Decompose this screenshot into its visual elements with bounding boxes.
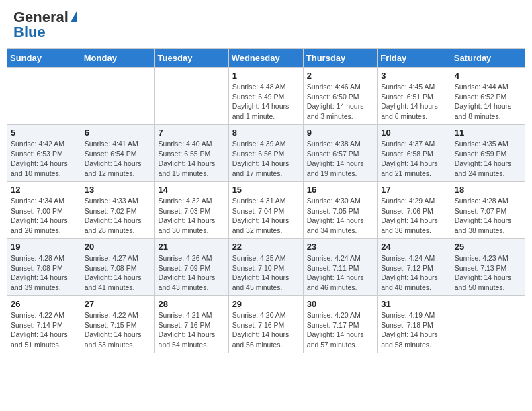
calendar-week-row: 26Sunrise: 4:22 AM Sunset: 7:14 PM Dayli…	[7, 296, 525, 353]
day-number: 20	[85, 242, 151, 252]
day-number: 13	[85, 185, 151, 195]
column-header-wednesday: Wednesday	[228, 49, 303, 68]
day-number: 9	[307, 128, 373, 138]
day-number: 7	[159, 128, 225, 138]
day-number: 4	[455, 71, 521, 81]
calendar-cell: 8Sunrise: 4:39 AM Sunset: 6:56 PM Daylig…	[228, 125, 303, 182]
calendar-week-row: 1Sunrise: 4:48 AM Sunset: 6:49 PM Daylig…	[7, 68, 525, 125]
calendar-header-row: SundayMondayTuesdayWednesdayThursdayFrid…	[7, 49, 525, 68]
day-detail: Sunrise: 4:35 AM Sunset: 6:59 PM Dayligh…	[455, 139, 521, 179]
calendar-cell: 26Sunrise: 4:22 AM Sunset: 7:14 PM Dayli…	[7, 296, 81, 353]
logo-blue-text: Blue	[13, 25, 77, 40]
calendar-cell: 20Sunrise: 4:27 AM Sunset: 7:08 PM Dayli…	[81, 239, 154, 296]
calendar-cell: 6Sunrise: 4:41 AM Sunset: 6:54 PM Daylig…	[81, 125, 154, 182]
day-number: 3	[381, 71, 447, 81]
column-header-saturday: Saturday	[451, 49, 525, 68]
day-detail: Sunrise: 4:24 AM Sunset: 7:11 PM Dayligh…	[307, 253, 373, 293]
day-number: 24	[381, 242, 447, 252]
calendar-cell: 14Sunrise: 4:32 AM Sunset: 7:03 PM Dayli…	[154, 182, 228, 239]
day-detail: Sunrise: 4:27 AM Sunset: 7:08 PM Dayligh…	[85, 253, 151, 293]
day-detail: Sunrise: 4:31 AM Sunset: 7:04 PM Dayligh…	[232, 196, 300, 236]
day-detail: Sunrise: 4:29 AM Sunset: 7:06 PM Dayligh…	[381, 196, 447, 236]
day-number: 8	[232, 128, 300, 138]
calendar-week-row: 5Sunrise: 4:42 AM Sunset: 6:53 PM Daylig…	[7, 125, 525, 182]
day-number: 26	[11, 299, 77, 309]
day-detail: Sunrise: 4:48 AM Sunset: 6:49 PM Dayligh…	[232, 82, 300, 122]
calendar-table: SundayMondayTuesdayWednesdayThursdayFrid…	[7, 48, 525, 353]
day-detail: Sunrise: 4:26 AM Sunset: 7:09 PM Dayligh…	[159, 253, 225, 293]
day-detail: Sunrise: 4:32 AM Sunset: 7:03 PM Dayligh…	[159, 196, 225, 236]
day-number: 5	[11, 128, 77, 138]
calendar-cell: 15Sunrise: 4:31 AM Sunset: 7:04 PM Dayli…	[228, 182, 303, 239]
day-detail: Sunrise: 4:37 AM Sunset: 6:58 PM Dayligh…	[381, 139, 447, 179]
day-number: 1	[232, 71, 300, 81]
calendar-cell: 21Sunrise: 4:26 AM Sunset: 7:09 PM Dayli…	[154, 239, 228, 296]
day-detail: Sunrise: 4:24 AM Sunset: 7:12 PM Dayligh…	[381, 253, 447, 293]
calendar-cell: 3Sunrise: 4:45 AM Sunset: 6:51 PM Daylig…	[378, 68, 451, 125]
calendar-cell: 17Sunrise: 4:29 AM Sunset: 7:06 PM Dayli…	[378, 182, 451, 239]
calendar-cell: 29Sunrise: 4:20 AM Sunset: 7:16 PM Dayli…	[228, 296, 303, 353]
day-number: 29	[232, 299, 300, 309]
calendar-cell	[7, 68, 81, 125]
calendar-cell: 31Sunrise: 4:19 AM Sunset: 7:18 PM Dayli…	[378, 296, 451, 353]
day-detail: Sunrise: 4:34 AM Sunset: 7:00 PM Dayligh…	[11, 196, 77, 236]
calendar-cell: 25Sunrise: 4:23 AM Sunset: 7:13 PM Dayli…	[451, 239, 525, 296]
day-detail: Sunrise: 4:44 AM Sunset: 6:52 PM Dayligh…	[455, 82, 521, 122]
day-number: 6	[85, 128, 151, 138]
calendar-cell: 22Sunrise: 4:25 AM Sunset: 7:10 PM Dayli…	[228, 239, 303, 296]
logo: General Blue	[13, 10, 77, 40]
column-header-sunday: Sunday	[7, 49, 81, 68]
day-detail: Sunrise: 4:23 AM Sunset: 7:13 PM Dayligh…	[455, 253, 521, 293]
day-number: 28	[159, 299, 225, 309]
calendar-cell: 30Sunrise: 4:20 AM Sunset: 7:17 PM Dayli…	[303, 296, 377, 353]
day-number: 23	[307, 242, 373, 252]
day-detail: Sunrise: 4:22 AM Sunset: 7:14 PM Dayligh…	[11, 310, 77, 350]
day-detail: Sunrise: 4:40 AM Sunset: 6:55 PM Dayligh…	[159, 139, 225, 179]
calendar-cell: 19Sunrise: 4:28 AM Sunset: 7:08 PM Dayli…	[7, 239, 81, 296]
day-number: 19	[11, 242, 77, 252]
day-number: 25	[455, 242, 521, 252]
calendar-cell: 27Sunrise: 4:22 AM Sunset: 7:15 PM Dayli…	[81, 296, 154, 353]
calendar-cell: 23Sunrise: 4:24 AM Sunset: 7:11 PM Dayli…	[303, 239, 377, 296]
day-detail: Sunrise: 4:19 AM Sunset: 7:18 PM Dayligh…	[381, 310, 447, 350]
column-header-tuesday: Tuesday	[154, 49, 228, 68]
day-detail: Sunrise: 4:45 AM Sunset: 6:51 PM Dayligh…	[381, 82, 447, 122]
day-detail: Sunrise: 4:39 AM Sunset: 6:56 PM Dayligh…	[232, 139, 300, 179]
column-header-friday: Friday	[378, 49, 451, 68]
calendar-cell: 1Sunrise: 4:48 AM Sunset: 6:49 PM Daylig…	[228, 68, 303, 125]
column-header-monday: Monday	[81, 49, 154, 68]
day-detail: Sunrise: 4:22 AM Sunset: 7:15 PM Dayligh…	[85, 310, 151, 350]
calendar-cell: 4Sunrise: 4:44 AM Sunset: 6:52 PM Daylig…	[451, 68, 525, 125]
day-detail: Sunrise: 4:20 AM Sunset: 7:16 PM Dayligh…	[232, 310, 300, 350]
day-number: 2	[307, 71, 373, 81]
page-header: General Blue	[7, 7, 525, 43]
day-number: 14	[159, 185, 225, 195]
day-number: 16	[307, 185, 373, 195]
calendar-cell: 10Sunrise: 4:37 AM Sunset: 6:58 PM Dayli…	[378, 125, 451, 182]
logo-general-text: General	[13, 10, 69, 25]
calendar-cell: 7Sunrise: 4:40 AM Sunset: 6:55 PM Daylig…	[154, 125, 228, 182]
day-detail: Sunrise: 4:42 AM Sunset: 6:53 PM Dayligh…	[11, 139, 77, 179]
calendar-cell: 16Sunrise: 4:30 AM Sunset: 7:05 PM Dayli…	[303, 182, 377, 239]
day-detail: Sunrise: 4:21 AM Sunset: 7:16 PM Dayligh…	[159, 310, 225, 350]
day-number: 11	[455, 128, 521, 138]
calendar-week-row: 19Sunrise: 4:28 AM Sunset: 7:08 PM Dayli…	[7, 239, 525, 296]
day-number: 12	[11, 185, 77, 195]
day-detail: Sunrise: 4:28 AM Sunset: 7:07 PM Dayligh…	[455, 196, 521, 236]
calendar-cell: 13Sunrise: 4:33 AM Sunset: 7:02 PM Dayli…	[81, 182, 154, 239]
calendar-cell: 12Sunrise: 4:34 AM Sunset: 7:00 PM Dayli…	[7, 182, 81, 239]
day-detail: Sunrise: 4:20 AM Sunset: 7:17 PM Dayligh…	[307, 310, 373, 350]
column-header-thursday: Thursday	[303, 49, 377, 68]
calendar-cell: 28Sunrise: 4:21 AM Sunset: 7:16 PM Dayli…	[154, 296, 228, 353]
calendar-cell: 18Sunrise: 4:28 AM Sunset: 7:07 PM Dayli…	[451, 182, 525, 239]
day-number: 10	[381, 128, 447, 138]
day-detail: Sunrise: 4:41 AM Sunset: 6:54 PM Dayligh…	[85, 139, 151, 179]
calendar-cell: 9Sunrise: 4:38 AM Sunset: 6:57 PM Daylig…	[303, 125, 377, 182]
day-detail: Sunrise: 4:30 AM Sunset: 7:05 PM Dayligh…	[307, 196, 373, 236]
day-number: 15	[232, 185, 300, 195]
day-number: 18	[455, 185, 521, 195]
day-number: 21	[159, 242, 225, 252]
day-detail: Sunrise: 4:38 AM Sunset: 6:57 PM Dayligh…	[307, 139, 373, 179]
calendar-cell: 11Sunrise: 4:35 AM Sunset: 6:59 PM Dayli…	[451, 125, 525, 182]
day-number: 30	[307, 299, 373, 309]
